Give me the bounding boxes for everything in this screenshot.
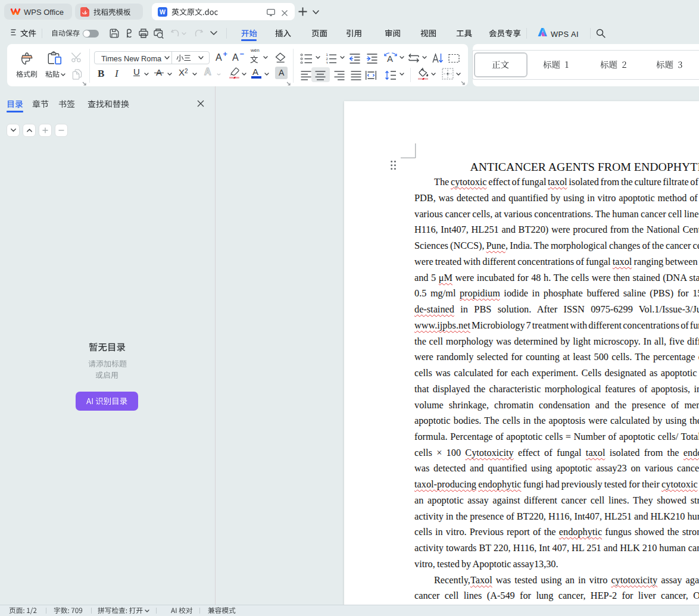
svg-text:3: 3	[326, 61, 329, 64]
svg-text:A: A	[387, 54, 393, 64]
svg-text:W: W	[160, 8, 166, 15]
svg-text:2: 2	[326, 57, 329, 61]
svg-text:1: 1	[326, 53, 329, 57]
